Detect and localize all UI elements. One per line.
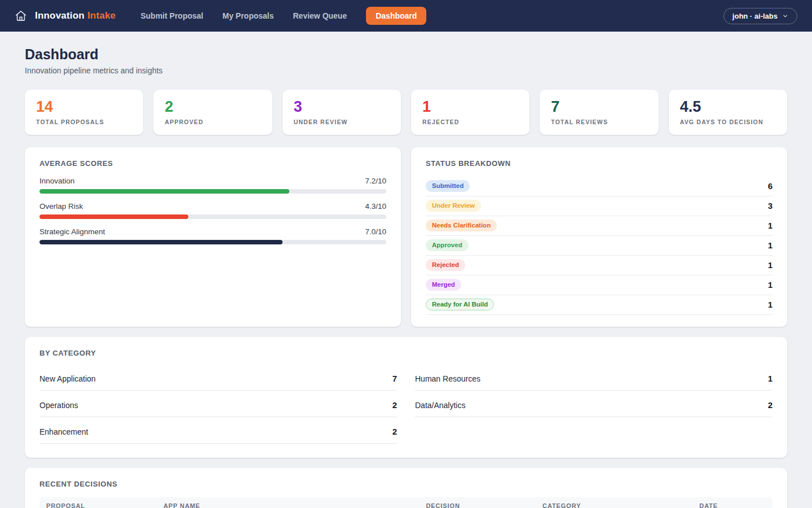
chevron-down-icon [782, 13, 788, 19]
category-count: 2 [392, 400, 397, 410]
score-value: 7.0/10 [365, 227, 386, 236]
score-row-strategic-alignment: Strategic Alignment 7.0/10 [39, 227, 386, 244]
nav-item-my-proposals[interactable]: My Proposals [222, 11, 273, 20]
top-navbar: Innovation Intake Submit Proposal My Pro… [0, 0, 812, 32]
status-row-merged: Merged 1 [426, 275, 773, 295]
status-badge: Merged [426, 279, 461, 291]
category-grid: New Application 7 Human Resources 1 Oper… [39, 366, 773, 446]
column-header-app-name: APP NAME [157, 497, 419, 508]
brand-title: Innovation Intake [35, 10, 116, 21]
panel-title: STATUS BREAKDOWN [426, 159, 773, 168]
category-count: 2 [392, 427, 397, 436]
brand-accent: Intake [87, 10, 116, 21]
metric-card-total-reviews: 7 TOTAL REVIEWS [540, 90, 658, 135]
recent-decisions-panel: RECENT DECISIONS PROPOSAL APP NAME DECIS… [25, 468, 787, 508]
score-track [39, 189, 386, 194]
metric-label: APPROVED [165, 119, 261, 125]
column-header-proposal: PROPOSAL [39, 497, 157, 508]
average-scores-panel: AVERAGE SCORES Innovation 7.2/10 Overlap… [25, 147, 401, 327]
dashboard-page: Dashboard Innovation pipeline metrics an… [0, 32, 812, 508]
status-count: 3 [768, 201, 773, 211]
recent-decisions-table: PROPOSAL APP NAME DECISION CATEGORY DATE… [39, 497, 773, 508]
page-title: Dashboard [25, 46, 787, 63]
nav-item-submit-proposal[interactable]: Submit Proposal [140, 11, 203, 20]
nav-item-dashboard[interactable]: Dashboard [366, 7, 426, 25]
score-label: Innovation [39, 177, 74, 185]
page-subtitle: Innovation pipeline metrics and insights [25, 66, 787, 75]
category-count: 7 [392, 374, 397, 383]
status-count: 6 [768, 181, 773, 191]
by-category-panel: BY CATEGORY New Application 7 Human Reso… [25, 337, 787, 458]
category-row-data-analytics: Data/Analytics 2 [415, 393, 773, 417]
brand-primary: Innovation [35, 10, 85, 21]
status-badge: Rejected [426, 259, 465, 271]
column-header-date: DATE [692, 497, 773, 508]
metric-card-approved: 2 APPROVED [153, 90, 272, 135]
home-icon [15, 10, 27, 22]
status-badge: Submitted [426, 180, 470, 192]
status-count: 1 [768, 240, 773, 250]
status-row-approved: Approved 1 [426, 236, 773, 256]
status-row-under-review: Under Review 3 [426, 196, 773, 216]
metric-cards-row: 14 TOTAL PROPOSALS 2 APPROVED 3 UNDER RE… [25, 90, 787, 135]
metric-label: TOTAL PROPOSALS [36, 119, 132, 125]
panel-title: BY CATEGORY [39, 349, 773, 357]
metric-value: 2 [165, 98, 261, 116]
category-row-human-resources: Human Resources 1 [415, 366, 773, 391]
metric-value: 3 [294, 98, 390, 116]
category-count: 1 [768, 374, 773, 383]
category-label: Data/Analytics [415, 401, 465, 410]
status-badge: Needs Clarification [426, 220, 497, 231]
metric-card-avg-days: 4.5 AVG DAYS TO DECISION [669, 90, 787, 135]
metric-value: 14 [36, 98, 132, 116]
brand-home-link[interactable]: Innovation Intake [15, 10, 116, 22]
score-label: Strategic Alignment [39, 227, 105, 236]
panel-title: RECENT DECISIONS [39, 480, 773, 488]
category-label: Enhancement [39, 427, 88, 436]
column-header-decision: DECISION [419, 497, 536, 508]
category-label: Operations [39, 401, 78, 410]
status-row-ready-for-ai-build: Ready for AI Build 1 [426, 295, 773, 315]
panel-title: AVERAGE SCORES [39, 159, 386, 168]
column-header-category: CATEGORY [536, 497, 692, 508]
metric-value: 7 [551, 98, 647, 116]
metric-label: TOTAL REVIEWS [551, 119, 647, 125]
status-count: 1 [768, 221, 773, 230]
score-fill [39, 240, 283, 244]
nav-item-review-queue[interactable]: Review Queue [293, 11, 347, 20]
category-row-enhancement: Enhancement 2 [39, 419, 397, 444]
status-count: 1 [768, 300, 773, 309]
status-badge: Under Review [426, 200, 481, 212]
score-fill [39, 189, 289, 194]
metric-card-total-proposals: 14 TOTAL PROPOSALS [25, 90, 143, 135]
metric-label: UNDER REVIEW [294, 119, 390, 125]
metric-card-rejected: 1 REJECTED [411, 90, 529, 135]
score-value: 4.3/10 [365, 202, 386, 211]
user-menu-button[interactable]: john · ai-labs [723, 8, 797, 24]
status-count: 1 [768, 280, 773, 290]
status-row-submitted: Submitted 6 [426, 177, 773, 196]
score-track [39, 214, 386, 219]
panels-row: AVERAGE SCORES Innovation 7.2/10 Overlap… [25, 147, 787, 327]
status-badge: Approved [426, 239, 469, 251]
metric-card-under-review: 3 UNDER REVIEW [283, 90, 401, 135]
score-value: 7.2/10 [365, 177, 386, 185]
score-row-overlap-risk: Overlap Risk 4.3/10 [39, 202, 386, 219]
metric-value: 1 [422, 98, 518, 116]
category-row-operations: Operations 2 [39, 393, 397, 417]
metric-label: REJECTED [422, 119, 518, 125]
score-track [39, 240, 386, 244]
table-header-row: PROPOSAL APP NAME DECISION CATEGORY DATE [39, 497, 773, 508]
category-label: Human Resources [415, 374, 480, 383]
score-label: Overlap Risk [39, 202, 83, 211]
category-row-new-application: New Application 7 [39, 366, 397, 391]
status-breakdown-panel: STATUS BREAKDOWN Submitted 6 Under Revie… [411, 147, 787, 327]
metric-value: 4.5 [680, 98, 776, 116]
status-row-needs-clarification: Needs Clarification 1 [426, 216, 773, 236]
user-menu-label: john · ai-labs [732, 12, 778, 20]
metric-label: AVG DAYS TO DECISION [680, 119, 776, 125]
category-label: New Application [39, 374, 96, 383]
status-count: 1 [768, 260, 773, 270]
status-row-rejected: Rejected 1 [426, 256, 773, 275]
score-row-innovation: Innovation 7.2/10 [39, 177, 386, 194]
